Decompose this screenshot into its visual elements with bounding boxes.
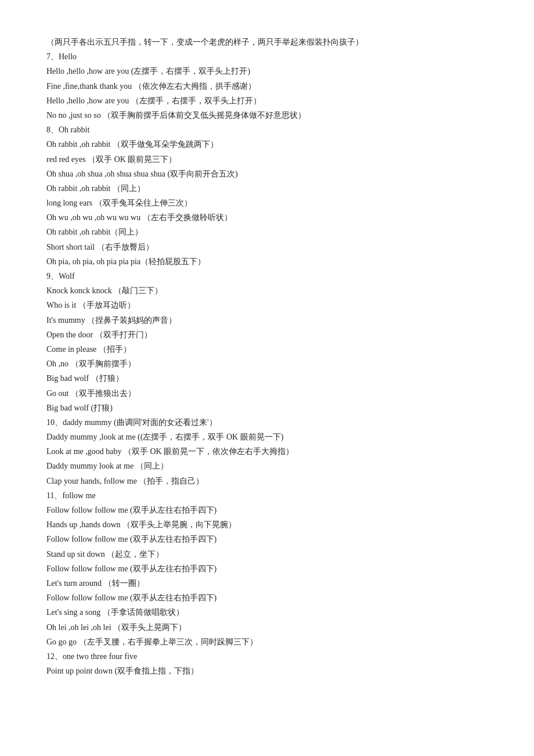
text-line-18: Who is it （手放耳边听）	[46, 298, 488, 312]
main-content: （两只手各出示五只手指，转一下，变成一个老虎的样子，两只手举起来假装扑向孩子）7…	[46, 35, 488, 678]
text-line-4: Hello ,hello ,how are you （左摆手，右摆手，双手头上打…	[46, 93, 488, 108]
text-line-11: long long ears （双手兔耳朵往上伸三次）	[46, 196, 488, 210]
text-line-30: Clap your hands, follow me （拍手，指自己）	[46, 474, 488, 488]
text-line-40: Oh lei ,oh lei ,oh lei （双手头上晃两下）	[46, 620, 488, 635]
text-line-23: Big bad wolf （打狼）	[46, 371, 488, 386]
text-line-25: Big bad wolf (打狼)	[46, 401, 488, 415]
text-line-13: Oh rabbit ,oh rabbit（同上）	[46, 225, 488, 239]
text-line-43: Point up point down (双手食指上指，下指）	[46, 664, 488, 678]
text-line-26: 10、daddy mummy (曲调同'对面的女还看过来'）	[46, 415, 488, 430]
text-line-17: Knock konck knock （敲门三下）	[46, 283, 488, 298]
text-line-21: Come in please （招手）	[46, 342, 488, 357]
text-line-3: Fine ,fine,thank thank you （依次伸左右大拇指，拱手感…	[46, 79, 488, 93]
text-line-6: 8、Oh rabbit	[46, 123, 488, 137]
text-line-9: Oh shua ,oh shua ,oh shua shua shua (双手向…	[46, 167, 488, 181]
text-line-10: Oh rabbit ,oh rabbit （同上）	[46, 181, 488, 196]
text-line-5: No no ,just so so （双手胸前摆手后体前交叉低头摇晃身体做不好意…	[46, 108, 488, 123]
text-line-31: 11、follow me	[46, 488, 488, 503]
text-line-24: Go out （双手推狼出去）	[46, 386, 488, 401]
text-line-39: Let's sing a song （手拿话筒做唱歌状）	[46, 605, 488, 620]
text-line-8: red red eyes （双手 OK 眼前晃三下）	[46, 152, 488, 167]
text-line-33: Hands up ,hands down （双手头上举晃腕，向下晃腕）	[46, 517, 488, 532]
text-line-35: Stand up sit down （起立，坐下）	[46, 547, 488, 561]
text-line-14: Short short tail （右手放臀后）	[46, 240, 488, 254]
text-line-29: Daddy mummy look at me （同上）	[46, 459, 488, 473]
text-line-20: Open the door （双手打开门）	[46, 327, 488, 342]
text-line-32: Follow follow follow me (双手从左往右拍手四下)	[46, 503, 488, 517]
text-line-12: Oh wu ,oh wu ,oh wu wu wu （左右手交换做聆听状）	[46, 210, 488, 225]
text-line-0: （两只手各出示五只手指，转一下，变成一个老虎的样子，两只手举起来假装扑向孩子）	[46, 35, 488, 49]
text-line-36: Follow follow follow me (双手从左往右拍手四下)	[46, 561, 488, 576]
text-line-42: 12、one two three four five	[46, 649, 488, 664]
text-line-34: Follow follow follow me (双手从左往右拍手四下)	[46, 532, 488, 546]
text-line-22: Oh ,no （双手胸前摆手）	[46, 357, 488, 371]
text-line-7: Oh rabbit ,oh rabbit （双手做兔耳朵学兔跳两下）	[46, 137, 488, 152]
text-line-41: Go go go （左手叉腰，右手握拳上举三次，同时跺脚三下）	[46, 635, 488, 649]
text-line-38: Follow follow follow me (双手从左往右拍手四下)	[46, 591, 488, 605]
text-line-15: Oh pia, oh pia, oh pia pia pia（轻拍屁股五下）	[46, 254, 488, 269]
text-line-19: It's mummy （捏鼻子装妈妈的声音）	[46, 313, 488, 327]
text-line-28: Look at me ,good baby （双手 OK 眼前晃一下，依次伸左右…	[46, 444, 488, 459]
text-line-16: 9、Wolf	[46, 269, 488, 283]
text-line-27: Daddy mummy ,look at me ((左摆手，右摆手，双手 OK …	[46, 430, 488, 444]
text-line-37: Let's turn around （转一圈）	[46, 576, 488, 591]
text-line-1: 7、Hello	[46, 49, 488, 64]
text-line-2: Hello ,hello ,how are you (左摆手，右摆手，双手头上打…	[46, 64, 488, 78]
